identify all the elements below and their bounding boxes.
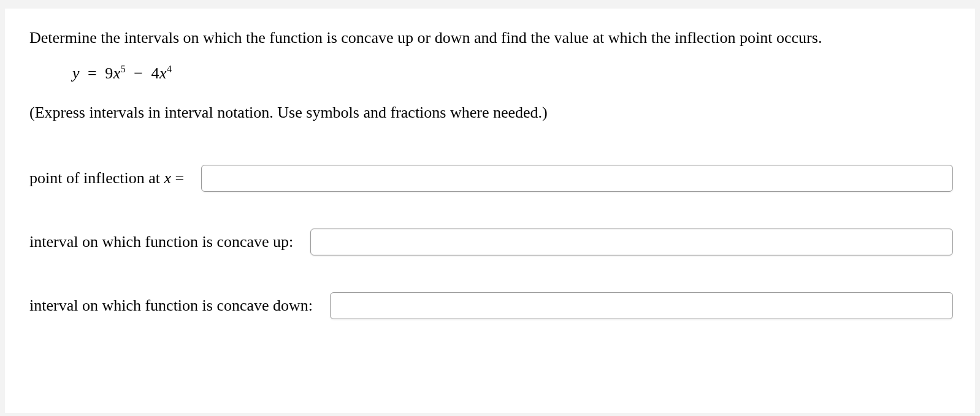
question-equation: y = 9x5 − 4x4 — [72, 64, 953, 83]
equation-term2-var: x — [159, 64, 167, 82]
equation-term1-coef: 9 — [105, 64, 113, 82]
equation-term1-var: x — [113, 64, 121, 82]
answer-row-inflection: point of inflection at x = — [29, 165, 953, 192]
question-prompt: Determine the intervals on which the fun… — [29, 27, 953, 48]
concave-down-label: interval on which function is concave do… — [29, 297, 313, 315]
equation-equals: = — [88, 64, 97, 82]
equation-term2-exp: 4 — [167, 64, 172, 74]
answer-row-concave-up: interval on which function is concave up… — [29, 229, 953, 255]
concave-up-label: interval on which function is concave up… — [29, 233, 293, 251]
equation-term1-exp: 5 — [121, 64, 126, 74]
inflection-label-var: x — [164, 169, 172, 187]
inflection-input[interactable] — [201, 165, 953, 192]
page-top-spacer — [0, 0, 980, 9]
inflection-label-equals: = — [171, 169, 184, 187]
equation-minus: − — [134, 64, 143, 82]
inflection-label: point of inflection at x = — [29, 169, 184, 187]
question-hint: (Express intervals in interval notation.… — [29, 104, 953, 122]
inflection-label-prefix: point of inflection at — [29, 169, 164, 187]
equation-term2-coef: 4 — [151, 64, 159, 82]
answer-row-concave-down: interval on which function is concave do… — [29, 292, 953, 319]
question-card: Determine the intervals on which the fun… — [5, 9, 975, 413]
concave-up-input[interactable] — [310, 229, 953, 255]
equation-lhs-var: y — [72, 64, 80, 82]
concave-down-input[interactable] — [330, 292, 953, 319]
